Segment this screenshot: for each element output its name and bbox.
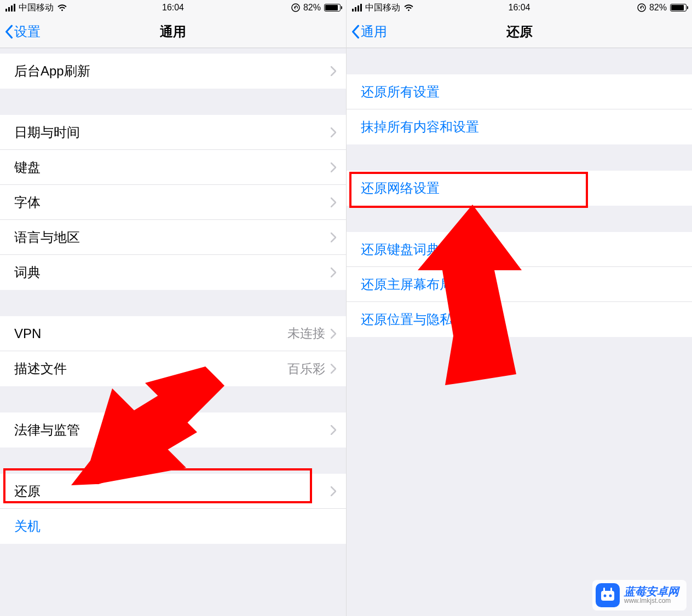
svg-rect-6 bbox=[601, 591, 614, 601]
watermark-url: www.lmkjst.com bbox=[624, 597, 679, 605]
chevron-right-icon bbox=[331, 127, 336, 137]
back-label: 通用 bbox=[361, 23, 387, 40]
chevron-right-icon bbox=[331, 66, 336, 76]
orientation-lock-icon bbox=[291, 3, 300, 12]
cell-label: 抹掉所有内容和设置 bbox=[361, 118, 479, 136]
status-bar: 中国移动 16:04 82% bbox=[0, 0, 346, 15]
cell-erase-all[interactable]: 抹掉所有内容和设置 bbox=[347, 109, 692, 144]
screen-reset: 中国移动 16:04 82% 通用 还原 bbox=[346, 0, 692, 616]
nav-bar: 设置 通用 bbox=[0, 15, 346, 48]
chevron-right-icon bbox=[331, 233, 336, 242]
carrier-label: 中国移动 bbox=[19, 2, 54, 14]
svg-rect-10 bbox=[610, 588, 612, 592]
cell-vpn[interactable]: VPN 未连接 bbox=[0, 316, 346, 351]
cell-value: 未连接 bbox=[287, 325, 325, 342]
cell-label: 还原主屏幕布局 bbox=[361, 276, 453, 293]
cell-dictionary[interactable]: 词典 bbox=[0, 255, 346, 290]
cell-reset-network[interactable]: 还原网络设置 bbox=[347, 171, 692, 206]
wifi-icon bbox=[403, 4, 414, 11]
cell-date-time[interactable]: 日期与时间 bbox=[0, 115, 346, 150]
cell-background-app-refresh[interactable]: 后台App刷新 bbox=[0, 54, 346, 89]
watermark-logo-icon bbox=[596, 583, 620, 607]
cell-label: 语言与地区 bbox=[14, 229, 80, 246]
cell-label: 法律与监管 bbox=[14, 421, 80, 439]
chevron-right-icon bbox=[331, 268, 336, 277]
cell-label: 词典 bbox=[14, 264, 41, 281]
cell-label: 后台App刷新 bbox=[14, 62, 90, 80]
carrier-label: 中国移动 bbox=[365, 2, 400, 14]
screen-general: 中国移动 16:04 82% 设置 通用 bbox=[0, 0, 346, 616]
cell-reset-home-layout[interactable]: 还原主屏幕布局 bbox=[347, 267, 692, 302]
chevron-right-icon bbox=[331, 329, 336, 339]
status-bar: 中国移动 16:04 82% bbox=[347, 0, 692, 15]
battery-icon bbox=[670, 4, 687, 11]
cell-profiles[interactable]: 描述文件 百乐彩 bbox=[0, 351, 346, 386]
back-button[interactable]: 设置 bbox=[4, 23, 41, 40]
signal-icon bbox=[352, 4, 362, 11]
cell-reset-keyboard-dict[interactable]: 还原键盘词典 bbox=[347, 232, 692, 267]
cell-label: 字体 bbox=[14, 194, 41, 211]
page-title: 通用 bbox=[160, 23, 186, 40]
battery-icon bbox=[324, 4, 341, 11]
chevron-right-icon bbox=[331, 486, 336, 496]
cell-label: 还原 bbox=[14, 483, 41, 500]
time-label: 16:04 bbox=[162, 3, 184, 13]
back-button[interactable]: 通用 bbox=[351, 23, 387, 40]
chevron-right-icon bbox=[331, 364, 336, 374]
cell-value: 百乐彩 bbox=[287, 361, 325, 377]
chevron-right-icon bbox=[331, 425, 336, 435]
cell-label: 日期与时间 bbox=[14, 124, 80, 141]
cell-legal-regulatory[interactable]: 法律与监管 bbox=[0, 412, 346, 448]
cell-shut-down[interactable]: 关机 bbox=[0, 509, 346, 544]
svg-point-7 bbox=[604, 595, 607, 597]
cell-label: 键盘 bbox=[14, 159, 41, 176]
cell-label: 关机 bbox=[14, 518, 41, 535]
watermark-title: 蓝莓安卓网 bbox=[624, 585, 679, 597]
chevron-right-icon bbox=[331, 197, 336, 207]
time-label: 16:04 bbox=[508, 3, 530, 13]
cell-label: VPN bbox=[14, 326, 41, 341]
watermark: 蓝莓安卓网 www.lmkjst.com bbox=[592, 580, 687, 611]
cell-language-region[interactable]: 语言与地区 bbox=[0, 220, 346, 255]
chevron-right-icon bbox=[331, 162, 336, 172]
back-label: 设置 bbox=[14, 23, 41, 40]
wifi-icon bbox=[57, 4, 67, 11]
cell-reset[interactable]: 还原 bbox=[0, 474, 346, 509]
cell-reset-location-privacy[interactable]: 还原位置与隐私 bbox=[347, 302, 692, 337]
chevron-left-icon bbox=[4, 25, 13, 39]
chevron-left-icon bbox=[351, 25, 360, 39]
cell-reset-all-settings[interactable]: 还原所有设置 bbox=[347, 74, 692, 109]
cell-label: 描述文件 bbox=[14, 360, 67, 377]
cell-label: 还原位置与隐私 bbox=[361, 311, 453, 328]
battery-pct-label: 82% bbox=[649, 3, 667, 13]
battery-pct-label: 82% bbox=[303, 3, 321, 13]
cell-keyboard[interactable]: 键盘 bbox=[0, 150, 346, 185]
page-title: 还原 bbox=[506, 23, 533, 40]
cell-label: 还原网络设置 bbox=[361, 179, 440, 197]
orientation-lock-icon bbox=[637, 3, 646, 12]
cell-label: 还原所有设置 bbox=[361, 83, 440, 101]
svg-point-8 bbox=[609, 595, 612, 597]
cell-fonts[interactable]: 字体 bbox=[0, 185, 346, 220]
cell-label: 还原键盘词典 bbox=[361, 241, 440, 258]
nav-bar: 通用 还原 bbox=[347, 15, 692, 48]
signal-icon bbox=[5, 4, 15, 11]
svg-rect-9 bbox=[603, 588, 605, 592]
